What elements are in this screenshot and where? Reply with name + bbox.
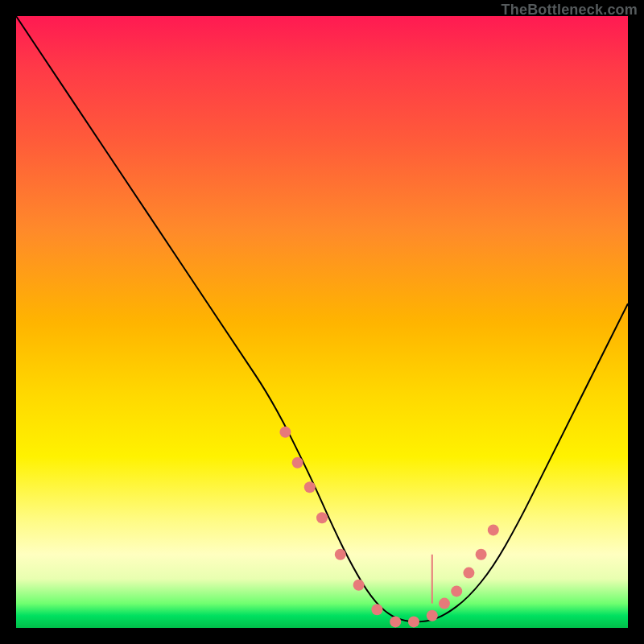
valley-dot xyxy=(292,457,303,469)
valley-dot xyxy=(427,610,438,621)
valley-dot xyxy=(390,616,401,627)
valley-dot xyxy=(463,568,474,579)
valley-dot xyxy=(439,598,450,609)
valley-dot xyxy=(335,549,346,560)
valley-dot xyxy=(304,481,316,493)
valley-dot xyxy=(371,604,382,615)
valley-dot xyxy=(451,585,462,597)
valley-dot xyxy=(408,616,419,627)
valley-dot xyxy=(316,512,328,523)
chart-frame: TheBottleneck.com xyxy=(0,0,644,644)
plot-area xyxy=(16,16,628,628)
bottleneck-curve xyxy=(16,16,628,621)
curve-svg xyxy=(16,16,628,628)
valley-dot xyxy=(488,524,499,535)
valley-dot xyxy=(476,549,487,560)
valley-dot xyxy=(279,427,291,438)
valley-dots-group xyxy=(279,427,498,628)
valley-dot xyxy=(353,580,365,591)
